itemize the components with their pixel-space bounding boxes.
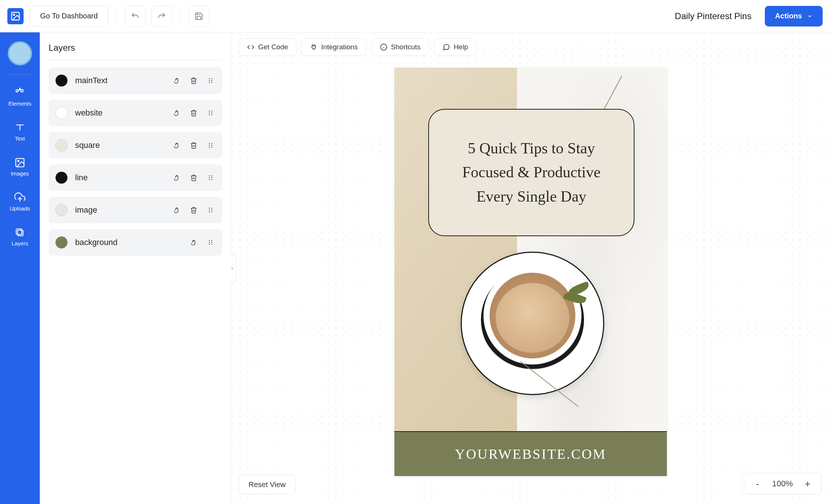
shortcuts-button[interactable]: Shortcuts (372, 38, 429, 56)
layer-name: website (75, 108, 165, 118)
rail-item-elements[interactable]: Elements (0, 82, 40, 112)
rail-item-uploads[interactable]: Uploads (0, 187, 40, 217)
layer-row[interactable]: square (49, 132, 222, 159)
drag-handle-icon[interactable] (206, 108, 215, 118)
image-icon (14, 157, 25, 168)
separator (116, 9, 117, 24)
label: Get Code (258, 43, 288, 51)
layers-panel: Layers mainTextwebsitesquarelineimagebac… (40, 32, 231, 504)
layer-row[interactable]: website (49, 100, 222, 126)
svg-rect-6 (18, 230, 23, 236)
label: Integrations (321, 43, 358, 51)
svg-point-38 (209, 240, 210, 241)
project-title: Daily Pinterest Pins (675, 11, 752, 21)
pointer-icon[interactable] (172, 141, 182, 150)
go-to-dashboard-button[interactable]: Go To Dashboard (29, 6, 108, 26)
chat-icon (443, 43, 450, 51)
divider (49, 60, 222, 60)
reset-view-button[interactable]: Reset View (239, 475, 296, 494)
svg-point-39 (209, 242, 210, 243)
trash-icon[interactable] (189, 205, 198, 215)
svg-point-33 (209, 210, 210, 211)
pin-canvas[interactable]: 5 Quick Tips to Stay Focused & Productiv… (394, 68, 667, 476)
drag-handle-icon[interactable] (206, 141, 215, 150)
save-button[interactable] (189, 6, 209, 26)
redo-button[interactable] (151, 6, 172, 26)
actions-button[interactable]: Actions (765, 6, 823, 26)
pin-website-text: YOURWEBSITE.COM (455, 446, 606, 462)
svg-point-18 (211, 113, 212, 114)
layer-swatch (55, 107, 68, 119)
avatar[interactable] (8, 41, 32, 65)
layers-title: Layers (49, 43, 222, 53)
drag-handle-icon[interactable] (206, 205, 215, 215)
layer-row[interactable]: mainText (49, 67, 222, 94)
svg-point-2 (16, 90, 18, 92)
drag-handle-icon[interactable] (206, 173, 215, 182)
info-icon (380, 43, 387, 51)
layer-swatch (55, 204, 68, 216)
svg-point-13 (211, 82, 212, 83)
pin-image-layer: 5 Quick Tips to Stay Focused & Productiv… (394, 68, 667, 432)
svg-point-19 (211, 114, 212, 116)
layer-row[interactable]: background (49, 229, 222, 256)
app-logo[interactable] (7, 8, 24, 24)
layer-row[interactable]: image (49, 197, 222, 223)
svg-point-26 (209, 175, 210, 177)
drag-handle-icon[interactable] (206, 238, 215, 247)
rail-label: Layers (11, 240, 28, 246)
svg-rect-7 (16, 229, 22, 234)
pointer-icon[interactable] (172, 205, 182, 215)
zoom-in-button[interactable]: + (804, 478, 811, 490)
shapes-icon (14, 87, 25, 98)
layer-row[interactable]: line (49, 164, 222, 191)
svg-point-17 (211, 111, 212, 112)
svg-point-36 (211, 210, 212, 211)
svg-point-16 (209, 114, 210, 116)
layer-swatch (55, 171, 68, 184)
pointer-icon[interactable] (172, 76, 182, 85)
undo-button[interactable] (125, 6, 145, 26)
drag-handle-icon[interactable] (206, 76, 215, 85)
svg-point-20 (209, 143, 210, 144)
trash-icon[interactable] (189, 141, 198, 150)
svg-point-28 (209, 179, 210, 180)
left-rail: Elements Text Images Uploads Layers (0, 32, 40, 504)
layer-swatch (55, 236, 68, 249)
integrations-button[interactable]: Integrations (302, 38, 366, 56)
trash-icon[interactable] (189, 108, 198, 118)
upload-icon (14, 192, 25, 203)
rail-item-layers[interactable]: Layers (0, 222, 40, 252)
svg-point-31 (211, 179, 212, 180)
separator (180, 9, 180, 24)
pin-background-layer: YOURWEBSITE.COM (394, 432, 667, 476)
top-header: Go To Dashboard Daily Pinterest Pins Act… (0, 0, 830, 32)
layer-name: square (75, 141, 165, 150)
svg-point-41 (211, 240, 212, 241)
decoration (496, 283, 569, 353)
trash-icon[interactable] (189, 76, 198, 85)
help-button[interactable]: Help (434, 38, 476, 56)
get-code-button[interactable]: Get Code (239, 38, 296, 56)
svg-point-37 (211, 212, 212, 213)
svg-point-24 (211, 145, 212, 146)
zoom-value: 100% (772, 479, 793, 489)
canvas-area[interactable]: Get Code Integrations Shortcuts Help (231, 32, 830, 504)
rail-item-images[interactable]: Images (0, 152, 40, 182)
rail-item-text[interactable]: Text (0, 117, 40, 147)
svg-point-23 (211, 143, 212, 144)
pointer-icon[interactable] (172, 173, 182, 182)
svg-point-34 (209, 212, 210, 213)
pointer-icon[interactable] (189, 238, 198, 247)
zoom-out-button[interactable]: - (754, 478, 761, 490)
canvas-toolbar: Get Code Integrations Shortcuts Help (239, 38, 476, 56)
svg-point-42 (211, 242, 212, 243)
svg-point-9 (209, 80, 210, 81)
svg-point-25 (211, 147, 212, 148)
pointer-icon[interactable] (172, 108, 182, 118)
svg-point-27 (209, 177, 210, 178)
trash-icon[interactable] (189, 173, 198, 182)
svg-point-14 (209, 111, 210, 112)
actions-label: Actions (775, 12, 802, 20)
layer-name: mainText (75, 76, 165, 85)
